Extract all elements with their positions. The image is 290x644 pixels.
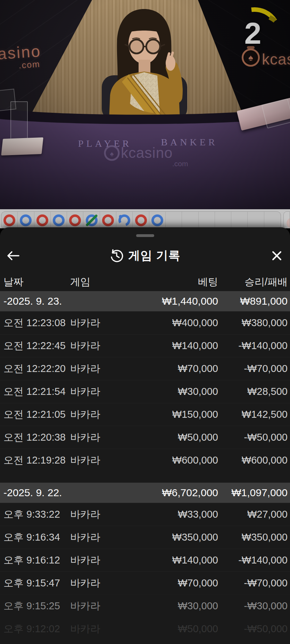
row-time: 오후 9:15:25 <box>3 599 70 613</box>
history-row: 오전 12:21:05바카라₩150,000₩142,500 <box>0 403 290 426</box>
road-cell <box>231 212 248 228</box>
row-bet: ₩350,000 <box>119 532 218 543</box>
row-game: 바카라 <box>70 385 119 399</box>
road-mark-blue_tie <box>85 214 98 227</box>
road-cell <box>1 212 18 228</box>
history-row: 오후 9:12:02바카라₩50,000-₩50,000 <box>0 617 290 640</box>
row-game: 바카라 <box>70 339 119 353</box>
close-button[interactable] <box>264 245 290 266</box>
row-result: -₩140,000 <box>218 340 288 351</box>
history-row: 오후 9:15:47바카라₩70,000-₩70,000 <box>0 571 290 594</box>
road-cell <box>18 212 34 228</box>
row-result: ₩27,000 <box>218 509 288 520</box>
row-result: -₩30,000 <box>218 600 288 612</box>
row-time: 오전 12:23:08 <box>3 316 70 330</box>
bead-road <box>1 211 281 228</box>
history-group-row: -2025. 9. 22.₩6,702,000₩1,097,000 <box>0 483 290 503</box>
roadmap-strip <box>0 209 290 228</box>
sheet-header: 게임 기록 <box>0 245 290 266</box>
wall-brand-domain: .com <box>18 60 42 70</box>
table-watermark-text: kcasino <box>121 145 173 161</box>
brand-logo: ♠ kcasino <box>240 46 290 71</box>
row-game: 바카라 <box>70 576 119 590</box>
road-cell <box>100 212 116 228</box>
row-bet: ₩30,000 <box>119 386 218 397</box>
row-game: 바카라 <box>70 599 119 613</box>
row-time: 오후 9:16:34 <box>3 531 70 544</box>
history-icon <box>109 249 123 263</box>
table-watermark-domain: .com <box>172 160 188 168</box>
row-game: 바카라 <box>70 622 119 636</box>
row-bet: ₩140,000 <box>119 554 218 566</box>
row-time: 오후 9:12:02 <box>3 622 70 636</box>
road-mark-red <box>3 214 16 227</box>
history-row: 오전 12:20:38바카라₩50,000-₩50,000 <box>0 426 290 449</box>
row-time: 오후 9:16:12 <box>3 553 70 567</box>
history-row: 오후 9:15:25바카라₩30,000-₩30,000 <box>0 594 290 617</box>
group-total-result: ₩1,097,000 <box>218 487 288 499</box>
row-bet: ₩70,000 <box>119 363 218 374</box>
sheet-drag-handle[interactable] <box>136 234 154 237</box>
road-cell <box>264 212 281 228</box>
back-button[interactable] <box>0 245 26 266</box>
row-result: ₩28,500 <box>218 386 288 397</box>
live-dealer-video: asino .com <box>0 0 290 209</box>
svg-text:♠: ♠ <box>110 150 114 158</box>
row-bet: ₩30,000 <box>119 600 218 612</box>
row-time: 오전 12:21:54 <box>3 385 70 399</box>
road-mark-red <box>134 214 148 227</box>
history-column-headers: 날짜 게임 베팅 승리/패배 <box>0 273 290 291</box>
card-stack <box>1 137 43 155</box>
row-game: 바카라 <box>70 553 119 567</box>
row-bet: ₩150,000 <box>119 409 218 420</box>
road-mark-red <box>68 214 82 227</box>
road-cell <box>199 212 215 228</box>
row-time: 오후 9:33:22 <box>3 508 70 522</box>
history-row: 오후 9:16:12바카라₩140,000-₩140,000 <box>0 549 290 571</box>
row-game: 바카라 <box>70 362 119 376</box>
row-time: 오전 12:22:45 <box>3 339 70 353</box>
road-cell <box>215 212 231 228</box>
group-total-bet: ₩1,440,000 <box>119 295 218 307</box>
road-cell <box>133 212 149 228</box>
group-gap <box>0 472 290 483</box>
row-result: -₩50,000 <box>218 623 288 635</box>
history-table-body[interactable]: -2025. 9. 23.₩1,440,000₩891,000오전 12:23:… <box>0 291 290 640</box>
group-total-bet: ₩6,702,000 <box>119 487 218 499</box>
history-row: 오전 12:19:28바카라₩600,000₩600,000 <box>0 449 290 472</box>
road-cell <box>182 212 198 228</box>
history-row: 오전 12:21:54바카라₩30,000₩28,500 <box>0 380 290 403</box>
row-result: -₩140,000 <box>218 554 288 566</box>
row-bet: ₩600,000 <box>119 455 218 466</box>
history-row: 오전 12:23:08바카라₩400,000₩380,000 <box>0 311 290 334</box>
group-date: -2025. 9. 22. <box>3 487 119 499</box>
row-game: 바카라 <box>70 316 119 330</box>
row-bet: ₩50,000 <box>119 623 218 635</box>
road-cell <box>83 212 100 228</box>
row-game: 바카라 <box>70 454 119 467</box>
row-bet: ₩400,000 <box>119 317 218 329</box>
column-date: 날짜 <box>3 275 70 289</box>
road-mark-blue_dot <box>118 214 131 227</box>
row-game: 바카라 <box>70 431 119 444</box>
row-game: 바카라 <box>70 531 119 544</box>
road-mark-blue <box>19 214 32 227</box>
row-bet: ₩33,000 <box>119 509 218 520</box>
road-cell <box>149 212 166 228</box>
row-time: 오후 9:15:47 <box>3 576 70 590</box>
row-result: -₩50,000 <box>218 432 288 443</box>
poker-chip-icon: ♠ <box>242 49 260 67</box>
row-result: ₩380,000 <box>218 317 288 329</box>
road-cell <box>51 212 67 228</box>
row-bet: ₩50,000 <box>119 432 218 443</box>
row-result: ₩350,000 <box>218 532 288 543</box>
casino-app-screen: asino .com <box>0 0 290 644</box>
row-time: 오전 12:22:20 <box>3 362 70 376</box>
row-time: 오전 12:19:28 <box>3 454 70 467</box>
history-row: 오후 9:33:22바카라₩33,000₩27,000 <box>0 503 290 526</box>
column-game: 게임 <box>70 275 119 289</box>
back-arrow-icon <box>6 250 20 261</box>
wall-brand-logo: asino .com <box>0 43 42 71</box>
history-group-row: -2025. 9. 23.₩1,440,000₩891,000 <box>0 291 290 311</box>
road-cell <box>166 212 182 228</box>
